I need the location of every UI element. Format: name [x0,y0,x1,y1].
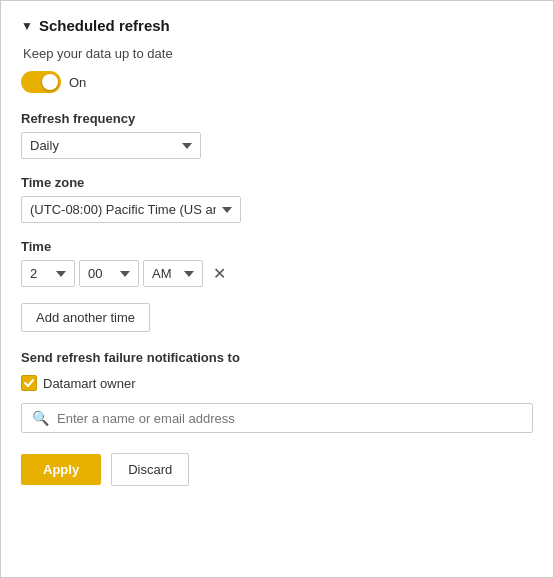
refresh-frequency-select[interactable]: Daily Weekly [21,132,201,159]
time-label: Time [21,239,533,254]
refresh-frequency-group: Refresh frequency Daily Weekly [21,111,533,159]
refresh-frequency-label: Refresh frequency [21,111,533,126]
notification-label: Send refresh failure notifications to [21,350,533,365]
checkbox-row: Datamart owner [21,375,533,391]
search-icon: 🔍 [32,410,49,426]
datamart-owner-label: Datamart owner [43,376,135,391]
hour-select[interactable]: 1 2 3 4 5 6 7 8 9 10 11 12 [21,260,75,287]
notifications-group: Send refresh failure notifications to Da… [21,350,533,433]
time-row: 1 2 3 4 5 6 7 8 9 10 11 12 00 15 30 45 A… [21,260,533,287]
email-search-input[interactable] [57,411,522,426]
email-search-wrapper[interactable]: 🔍 [21,403,533,433]
toggle-label: On [69,75,86,90]
toggle-switch[interactable] [21,71,61,93]
subtitle: Keep your data up to date [23,46,533,61]
remove-time-button[interactable]: ✕ [207,264,232,284]
time-zone-group: Time zone (UTC-08:00) Pacific Time (US a… [21,175,533,223]
time-group: Time 1 2 3 4 5 6 7 8 9 10 11 12 00 15 30… [21,239,533,287]
time-zone-select[interactable]: (UTC-08:00) Pacific Time (US an... [21,196,241,223]
toggle-row: On [21,71,533,93]
time-zone-label: Time zone [21,175,533,190]
section-title: Scheduled refresh [39,17,170,34]
scheduled-refresh-panel: ▼ Scheduled refresh Keep your data up to… [0,0,554,578]
section-header: ▼ Scheduled refresh [21,17,533,34]
ampm-select[interactable]: AM PM [143,260,203,287]
apply-button[interactable]: Apply [21,454,101,485]
discard-button[interactable]: Discard [111,453,189,486]
minute-select[interactable]: 00 15 30 45 [79,260,139,287]
toggle-thumb [42,74,58,90]
action-row: Apply Discard [21,453,533,486]
add-another-time-button[interactable]: Add another time [21,303,150,332]
datamart-owner-checkbox[interactable] [21,375,37,391]
collapse-arrow-icon[interactable]: ▼ [21,19,33,33]
